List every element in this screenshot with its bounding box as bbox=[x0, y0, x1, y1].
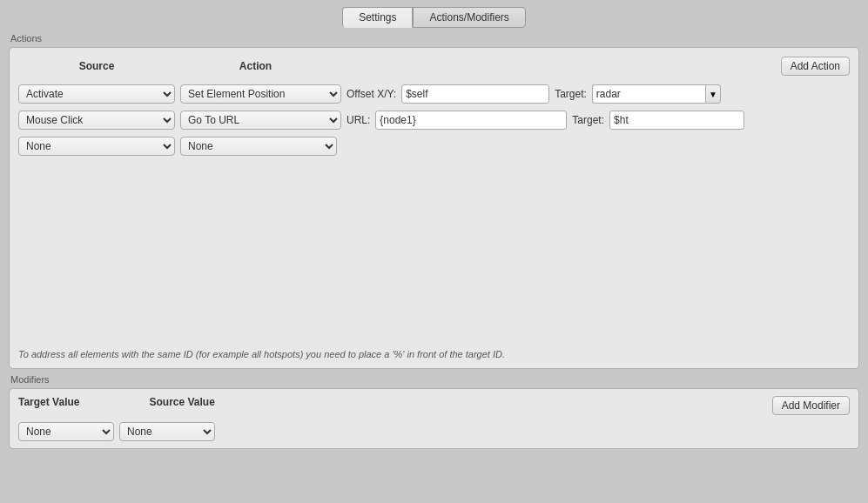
source-select-1[interactable]: Activate Mouse Click None bbox=[18, 84, 175, 104]
actions-header-row: Source Action Add Action bbox=[18, 57, 850, 76]
source-select-2[interactable]: Activate Mouse Click None bbox=[18, 111, 175, 130]
actions-panel: Source Action Add Action Activate Mouse … bbox=[9, 47, 859, 369]
actions-section-label: Actions bbox=[9, 33, 859, 44]
modifiers-section-label: Modifiers bbox=[9, 374, 859, 385]
tab-actions-modifiers[interactable]: Actions/Modifiers bbox=[413, 7, 525, 28]
target-label-1: Target: bbox=[555, 88, 587, 100]
target-dropdown-container-1: ▼ bbox=[592, 84, 721, 104]
add-modifier-button[interactable]: Add Modifier bbox=[772, 396, 850, 415]
modifier-row-1: None None bbox=[18, 422, 850, 441]
actions-info-text: To address all elements with the same ID… bbox=[18, 340, 850, 359]
offset-label: Offset X/Y: bbox=[347, 88, 396, 100]
action-select-3[interactable]: None Set Element Position Go To URL bbox=[180, 137, 337, 156]
action-row-3: None Activate Mouse Click None Set Eleme… bbox=[18, 137, 850, 156]
action-select-1[interactable]: Set Element Position Go To URL None bbox=[180, 84, 341, 104]
add-action-button[interactable]: Add Action bbox=[781, 57, 850, 76]
source-value-header: Source Value bbox=[149, 396, 214, 408]
offset-input[interactable] bbox=[401, 84, 549, 104]
action-header: Action bbox=[175, 60, 336, 72]
source-header: Source bbox=[18, 60, 175, 72]
tab-bar: Settings Actions/Modifiers bbox=[0, 0, 868, 28]
action-row-1: Activate Mouse Click None Set Element Po… bbox=[18, 84, 850, 104]
modifiers-header: Target Value Source Value Add Modifier bbox=[18, 396, 850, 415]
source-select-3[interactable]: None Activate Mouse Click bbox=[18, 137, 175, 156]
target-value-select[interactable]: None bbox=[18, 422, 114, 441]
main-content: Actions Source Action Add Action Activat… bbox=[0, 28, 868, 459]
tab-settings[interactable]: Settings bbox=[342, 7, 413, 28]
url-label: URL: bbox=[347, 114, 370, 126]
action-row-2: Activate Mouse Click None Set Element Po… bbox=[18, 111, 850, 130]
action-select-2[interactable]: Set Element Position Go To URL None bbox=[180, 111, 341, 130]
source-value-select[interactable]: None bbox=[119, 422, 215, 441]
target-value-header: Target Value bbox=[18, 396, 79, 408]
target-label-2: Target: bbox=[572, 114, 604, 126]
target-input-1[interactable] bbox=[592, 84, 705, 104]
target-dropdown-arrow-1[interactable]: ▼ bbox=[705, 84, 721, 104]
target-input-2[interactable] bbox=[609, 111, 744, 130]
url-input[interactable] bbox=[375, 111, 567, 130]
modifiers-col-labels: Target Value Source Value bbox=[18, 396, 772, 408]
modifiers-panel: Target Value Source Value Add Modifier N… bbox=[9, 388, 859, 449]
